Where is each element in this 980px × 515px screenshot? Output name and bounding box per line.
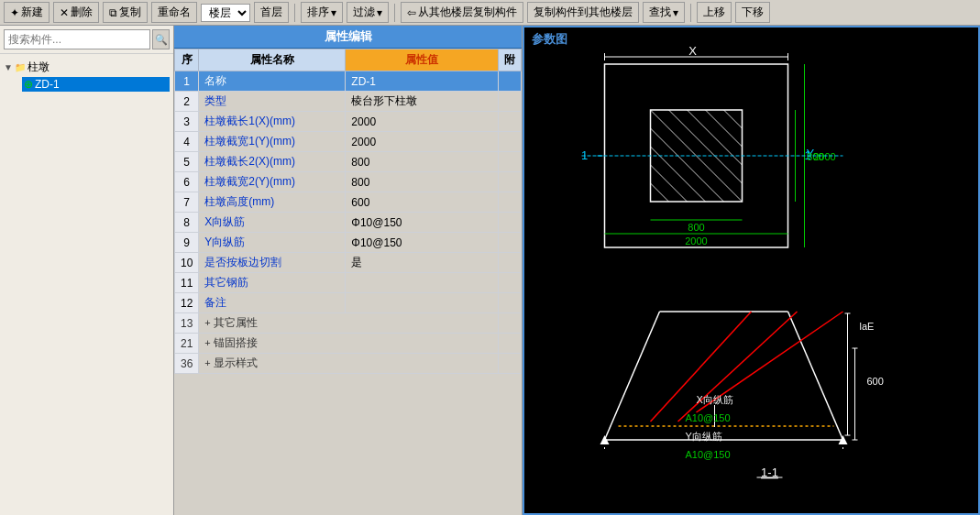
- sep1: [294, 4, 295, 22]
- sep2: [394, 4, 395, 22]
- copy-from-icon: ⇦: [407, 6, 416, 19]
- svg-line-25: [678, 312, 798, 422]
- attr-value[interactable]: 棱台形下柱墩: [346, 92, 499, 112]
- attr-value[interactable]: Φ10@150: [346, 233, 499, 253]
- table-row[interactable]: 8 X向纵筋 Φ10@150: [175, 213, 522, 233]
- svg-line-8: [688, 110, 743, 165]
- table-row[interactable]: 7 柱墩高度(mm) 600: [175, 192, 522, 213]
- row-seq: 6: [175, 172, 199, 192]
- svg-line-26: [651, 312, 752, 422]
- table-row[interactable]: 36 +显示样式: [175, 354, 522, 374]
- search-icon: 🔍: [155, 34, 168, 46]
- attr-value[interactable]: ZD-1: [346, 71, 499, 92]
- home-button[interactable]: 首层: [254, 2, 289, 23]
- svg-line-4: [651, 147, 706, 202]
- table-header-row: 序 属性名称 属性值 附: [175, 49, 522, 71]
- tree-root-label: 柱墩: [28, 60, 50, 75]
- group-label: +显示样式: [199, 354, 499, 374]
- left-panel: 🔍 ▼ 📁 柱墩 ⊕ ZD-1: [0, 26, 174, 515]
- row-seq: 5: [175, 152, 199, 172]
- attr-value[interactable]: [346, 273, 499, 293]
- attr-attach: [499, 172, 522, 192]
- attr-attach: [499, 213, 522, 233]
- row-seq: 11: [175, 273, 199, 293]
- new-button[interactable]: ✦ 新建: [4, 2, 50, 23]
- attr-name: 名称: [199, 71, 346, 92]
- attr-value[interactable]: 2000: [346, 112, 499, 132]
- attr-name: 柱墩截长2(X)(mm): [199, 152, 346, 172]
- copy-button[interactable]: ⧉ 复制: [103, 2, 148, 23]
- group-label: +其它属性: [199, 313, 499, 334]
- folder-icon: 📁: [15, 62, 26, 72]
- copy-from-button[interactable]: ⇦ 从其他楼层复制构件: [401, 2, 523, 23]
- attr-value[interactable]: [346, 293, 499, 313]
- table-row[interactable]: 13 +其它属性: [175, 313, 522, 334]
- table-row[interactable]: 1 名称 ZD-1: [175, 71, 522, 92]
- up-button[interactable]: 上移: [697, 2, 732, 23]
- row-seq: 36: [175, 354, 199, 374]
- attr-name: 柱墩截宽1(Y)(mm): [199, 132, 346, 152]
- table-row[interactable]: 11 其它钢筋: [175, 273, 522, 293]
- row-seq: 3: [175, 112, 199, 132]
- attr-name: 类型: [199, 92, 346, 112]
- copy-icon: ⧉: [109, 6, 117, 19]
- x-label: X: [688, 44, 697, 58]
- table-row[interactable]: 5 柱墩截长2(X)(mm) 800: [175, 152, 522, 172]
- svg-line-3: [651, 128, 724, 202]
- dim-2000: 2000: [685, 236, 707, 247]
- new-icon: ✦: [10, 6, 19, 19]
- filter-button[interactable]: 过滤 ▾: [347, 2, 389, 23]
- col-name: 属性名称: [199, 49, 346, 71]
- attr-name: 柱墩高度(mm): [199, 192, 346, 213]
- row-seq: 8: [175, 213, 199, 233]
- tree-area: ▼ 📁 柱墩 ⊕ ZD-1: [0, 54, 173, 515]
- lae-label: laE: [860, 321, 875, 332]
- rename-button[interactable]: 重命名: [151, 2, 197, 23]
- attr-value[interactable]: 600: [346, 192, 499, 213]
- dim-800-top: 800: [688, 222, 704, 233]
- sort-button[interactable]: 排序 ▾: [301, 2, 343, 23]
- table-row[interactable]: 6 柱墩截宽2(Y)(mm) 800: [175, 172, 522, 192]
- attr-name: 其它钢筋: [199, 273, 346, 293]
- row-seq: 2: [175, 92, 199, 112]
- search-button[interactable]: 🔍: [152, 29, 170, 49]
- attr-attach: [499, 233, 522, 253]
- find-dropdown-icon: ▾: [673, 6, 678, 19]
- floor-select[interactable]: 楼层: [201, 4, 250, 22]
- diagram-svg: X Y 1 1 800 2000 800 2000: [524, 27, 978, 513]
- attr-value[interactable]: 是: [346, 253, 499, 273]
- dim-2000-side: 2000: [813, 151, 835, 162]
- attr-attach: [499, 192, 522, 213]
- table-row[interactable]: 10 是否按板边切割 是: [175, 253, 522, 273]
- down-button[interactable]: 下移: [735, 2, 770, 23]
- table-row[interactable]: 4 柱墩截宽1(Y)(mm) 2000: [175, 132, 522, 152]
- main-layout: 🔍 ▼ 📁 柱墩 ⊕ ZD-1 属性编辑 序: [0, 26, 980, 515]
- attr-value[interactable]: 800: [346, 152, 499, 172]
- find-button[interactable]: 查找 ▾: [643, 2, 685, 23]
- attr-value[interactable]: Φ10@150: [346, 213, 499, 233]
- attr-name: 柱墩截宽2(Y)(mm): [199, 172, 346, 192]
- table-row[interactable]: 9 Y向纵筋 Φ10@150: [175, 233, 522, 253]
- attrs-table: 序 属性名称 属性值 附 1 名称 ZD-1 2 类型 棱台形下柱墩 3: [174, 49, 522, 374]
- tree-expand-icon: ▼: [4, 62, 13, 72]
- search-bar: 🔍: [0, 26, 173, 54]
- row-seq: 9: [175, 233, 199, 253]
- tree-root[interactable]: ▼ 📁 柱墩: [4, 58, 170, 77]
- table-row[interactable]: 2 类型 棱台形下柱墩: [175, 92, 522, 112]
- svg-line-9: [706, 110, 743, 147]
- attr-value[interactable]: 2000: [346, 132, 499, 152]
- svg-line-5: [651, 165, 688, 202]
- table-row[interactable]: 3 柱墩截长1(X)(mm) 2000: [175, 112, 522, 132]
- copy-to-button[interactable]: 复制构件到其他楼层: [527, 2, 639, 23]
- attr-value[interactable]: 800: [346, 172, 499, 192]
- row-seq: 13: [175, 313, 199, 334]
- row-seq: 10: [175, 253, 199, 273]
- table-row[interactable]: 21 +锚固搭接: [175, 334, 522, 354]
- delete-button[interactable]: ✕ 删除: [53, 2, 99, 23]
- tree-item-zd1[interactable]: ⊕ ZD-1: [22, 77, 170, 92]
- row-seq: 7: [175, 192, 199, 213]
- search-input[interactable]: [4, 29, 150, 49]
- svg-line-10: [724, 110, 743, 128]
- table-row[interactable]: 12 备注: [175, 293, 522, 313]
- attr-attach: [499, 253, 522, 273]
